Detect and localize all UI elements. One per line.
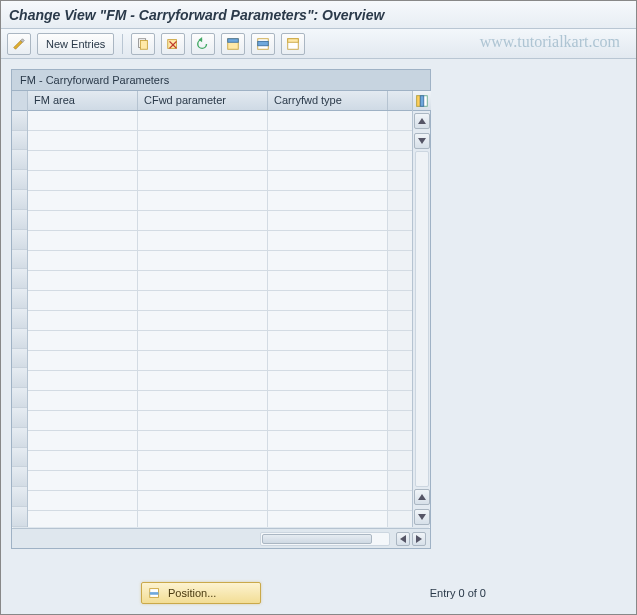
row-selector[interactable]	[12, 368, 27, 388]
table-cell[interactable]	[138, 131, 268, 150]
table-cell[interactable]	[28, 291, 138, 310]
deselect-all-button[interactable]	[281, 33, 305, 55]
table-cell[interactable]	[268, 411, 388, 430]
table-cell[interactable]	[28, 271, 138, 290]
table-cell[interactable]	[268, 391, 388, 410]
table-cell[interactable]	[28, 411, 138, 430]
table-cell[interactable]	[138, 331, 268, 350]
table-cell[interactable]	[268, 171, 388, 190]
table-row[interactable]	[28, 151, 412, 171]
table-row[interactable]	[28, 391, 412, 411]
new-entries-button[interactable]: New Entries	[37, 33, 114, 55]
table-cell[interactable]	[268, 331, 388, 350]
table-cell[interactable]	[28, 211, 138, 230]
table-row[interactable]	[28, 431, 412, 451]
scroll-up-button[interactable]	[414, 113, 430, 129]
table-cell[interactable]	[268, 511, 388, 527]
position-button[interactable]: Position...	[141, 582, 261, 604]
table-row[interactable]	[28, 251, 412, 271]
table-row[interactable]	[28, 411, 412, 431]
row-selector[interactable]	[12, 111, 27, 131]
table-row[interactable]	[28, 511, 412, 527]
row-selector[interactable]	[12, 507, 27, 527]
table-cell[interactable]	[28, 171, 138, 190]
table-row[interactable]	[28, 191, 412, 211]
table-cell[interactable]	[28, 491, 138, 510]
table-cell[interactable]	[138, 431, 268, 450]
column-header-carryfwd-type[interactable]: Carryfwd type	[268, 91, 388, 110]
row-selector[interactable]	[12, 289, 27, 309]
table-cell[interactable]	[138, 271, 268, 290]
select-block-button[interactable]	[251, 33, 275, 55]
table-row[interactable]	[28, 311, 412, 331]
row-selector[interactable]	[12, 250, 27, 270]
table-cell[interactable]	[138, 231, 268, 250]
table-cell[interactable]	[268, 251, 388, 270]
row-selector[interactable]	[12, 349, 27, 369]
table-cell[interactable]	[28, 111, 138, 130]
table-cell[interactable]	[268, 211, 388, 230]
row-selector[interactable]	[12, 269, 27, 289]
table-cell[interactable]	[28, 311, 138, 330]
table-cell[interactable]	[28, 151, 138, 170]
table-cell[interactable]	[138, 211, 268, 230]
table-cell[interactable]	[268, 271, 388, 290]
row-selector[interactable]	[12, 329, 27, 349]
delete-button[interactable]	[161, 33, 185, 55]
table-cell[interactable]	[28, 131, 138, 150]
row-selector[interactable]	[12, 448, 27, 468]
table-cell[interactable]	[138, 451, 268, 470]
table-cell[interactable]	[28, 471, 138, 490]
table-cell[interactable]	[28, 511, 138, 527]
table-cell[interactable]	[138, 251, 268, 270]
table-cell[interactable]	[138, 351, 268, 370]
table-cell[interactable]	[268, 291, 388, 310]
table-cell[interactable]	[28, 331, 138, 350]
table-cell[interactable]	[28, 251, 138, 270]
table-cell[interactable]	[268, 111, 388, 130]
table-cell[interactable]	[138, 391, 268, 410]
copy-as-button[interactable]	[131, 33, 155, 55]
table-row[interactable]	[28, 371, 412, 391]
table-cell[interactable]	[138, 311, 268, 330]
scroll-down-bottom-button[interactable]	[414, 509, 430, 525]
table-cell[interactable]	[268, 491, 388, 510]
row-selector[interactable]	[12, 487, 27, 507]
table-cell[interactable]	[268, 311, 388, 330]
scroll-track-vertical[interactable]	[415, 151, 429, 487]
table-cell[interactable]	[28, 371, 138, 390]
table-row[interactable]	[28, 271, 412, 291]
scroll-right-button[interactable]	[412, 532, 426, 546]
table-row[interactable]	[28, 211, 412, 231]
table-cell[interactable]	[268, 471, 388, 490]
row-selector[interactable]	[12, 388, 27, 408]
select-all-button[interactable]	[221, 33, 245, 55]
row-selector[interactable]	[12, 190, 27, 210]
scroll-thumb-horizontal[interactable]	[262, 534, 372, 544]
table-cell[interactable]	[138, 371, 268, 390]
scroll-up-bottom-button[interactable]	[414, 489, 430, 505]
table-cell[interactable]	[28, 391, 138, 410]
table-row[interactable]	[28, 231, 412, 251]
table-cell[interactable]	[268, 231, 388, 250]
table-cell[interactable]	[268, 431, 388, 450]
row-selector[interactable]	[12, 210, 27, 230]
table-row[interactable]	[28, 471, 412, 491]
table-row[interactable]	[28, 351, 412, 371]
row-selector[interactable]	[12, 408, 27, 428]
row-selector[interactable]	[12, 150, 27, 170]
table-cell[interactable]	[28, 451, 138, 470]
table-cell[interactable]	[138, 491, 268, 510]
row-selector[interactable]	[12, 131, 27, 151]
undo-change-button[interactable]	[191, 33, 215, 55]
row-selector[interactable]	[12, 428, 27, 448]
table-cell[interactable]	[28, 351, 138, 370]
table-cell[interactable]	[268, 131, 388, 150]
row-selector[interactable]	[12, 170, 27, 190]
table-cell[interactable]	[138, 291, 268, 310]
table-cell[interactable]	[268, 371, 388, 390]
column-header-cfwd-parameter[interactable]: CFwd parameter	[138, 91, 268, 110]
scroll-track-horizontal[interactable]	[260, 532, 390, 546]
row-selector[interactable]	[12, 467, 27, 487]
column-header-fm-area[interactable]: FM area	[28, 91, 138, 110]
